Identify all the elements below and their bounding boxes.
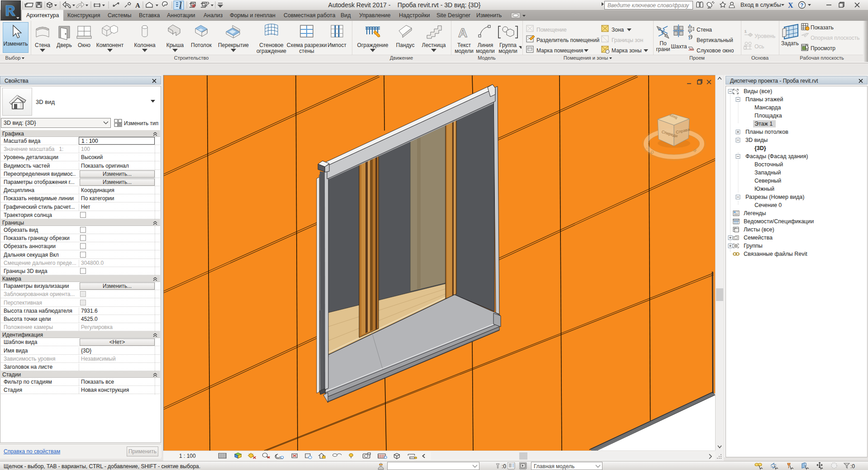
svg-text:Связанные файлы Revit: Связанные файлы Revit: [744, 251, 807, 257]
svg-text:Стена: Стена: [35, 42, 50, 48]
svg-text:Пандус: Пандус: [396, 42, 415, 48]
svg-text:модели: модели: [455, 48, 474, 54]
svg-text:Текст: Текст: [457, 42, 471, 48]
svg-text:A: A: [135, 2, 140, 9]
svg-text:Колонна: Колонна: [134, 42, 155, 48]
svg-text:Виды (все): Виды (все): [744, 88, 772, 94]
svg-text:Показать: Показать: [811, 24, 834, 31]
svg-text:Сечение 0: Сечение 0: [754, 202, 782, 208]
svg-text:1: 1: [745, 29, 747, 33]
svg-text:Компонент: Компонент: [96, 42, 124, 48]
svg-text:По: По: [659, 40, 667, 47]
svg-text:Семейства: Семейства: [744, 235, 773, 241]
svg-text:модели: модели: [476, 48, 495, 54]
svg-text:Импост: Импост: [327, 42, 346, 48]
svg-text:Просмотр: Просмотр: [811, 45, 835, 52]
svg-text:Легенды: Легенды: [744, 210, 766, 216]
svg-text:грани: грани: [656, 46, 670, 52]
svg-text:стены: стены: [299, 48, 314, 54]
svg-text:модели: модели: [498, 48, 517, 54]
svg-text:Группа: Группа: [499, 42, 517, 48]
svg-text:Уровень: Уровень: [754, 33, 775, 39]
svg-text:Ограждение: Ограждение: [357, 42, 389, 48]
svg-text:Перекрытие: Перекрытие: [218, 42, 249, 48]
svg-text:Северный: Северный: [754, 178, 781, 184]
svg-text:Фасады (Фасад здания): Фасады (Фасад здания): [745, 153, 808, 160]
svg-text:Линия: Линия: [478, 42, 493, 48]
svg-text:3D виды: 3D виды: [745, 137, 768, 143]
svg-text:Помещение: Помещение: [536, 27, 567, 33]
svg-text:Марка помещения: Марка помещения: [536, 47, 583, 54]
svg-text:Этаж 1: Этаж 1: [754, 121, 773, 127]
svg-text:Вход в службы: Вход в службы: [740, 1, 781, 8]
svg-text:Опорная плоскость: Опорная плоскость: [811, 35, 859, 41]
svg-text:Схема разрезки: Схема разрезки: [287, 42, 327, 48]
svg-text:Ось: Ось: [754, 43, 764, 50]
svg-text:?: ?: [800, 2, 803, 9]
svg-text:Потолок: Потолок: [191, 42, 212, 48]
svg-text:Разрезы (Номер вида): Разрезы (Номер вида): [745, 194, 804, 200]
svg-text:Крыша: Крыша: [166, 42, 184, 48]
svg-text:Западный: Западный: [754, 169, 781, 176]
svg-text::0: :0: [502, 463, 506, 470]
svg-text:Шахта: Шахта: [671, 43, 687, 50]
svg-text:Дверь: Дверь: [57, 42, 72, 48]
svg-text:Группы: Группы: [744, 243, 763, 249]
svg-text:A: A: [458, 26, 467, 40]
svg-text:Лестница: Лестница: [422, 42, 446, 48]
svg-text:{3D}: {3D}: [754, 145, 766, 151]
svg-text:Мансарда: Мансарда: [754, 104, 781, 111]
svg-text:Площадка: Площадка: [754, 113, 782, 119]
svg-text:Задать: Задать: [781, 40, 799, 47]
svg-text:Планы потолков: Планы потолков: [745, 129, 788, 135]
svg-text:Стеновое: Стеновое: [259, 42, 284, 48]
svg-text:Границы зон: Границы зон: [612, 37, 643, 43]
svg-text:Вертикальный: Вертикальный: [697, 37, 733, 43]
svg-text:Планы этажей: Планы этажей: [745, 96, 783, 103]
svg-text:X: X: [788, 1, 793, 9]
svg-text:Листы (все): Листы (все): [744, 226, 774, 233]
svg-text:Слуховое окно: Слуховое окно: [697, 47, 734, 54]
svg-text:Зона: Зона: [612, 27, 624, 33]
svg-text:Южный: Южный: [754, 186, 774, 192]
svg-text:Восточный: Восточный: [754, 161, 783, 168]
svg-text:Марка зоны: Марка зоны: [612, 47, 641, 54]
svg-text:Окно: Окно: [78, 42, 90, 48]
svg-text:ограждение: ограждение: [256, 48, 286, 54]
svg-text:Разделитель помещений: Разделитель помещений: [536, 37, 599, 43]
svg-text:Ведомости/Спецификации: Ведомости/Спецификации: [744, 218, 814, 225]
svg-text:Стена: Стена: [697, 27, 712, 33]
svg-text::0: :0: [850, 463, 855, 470]
